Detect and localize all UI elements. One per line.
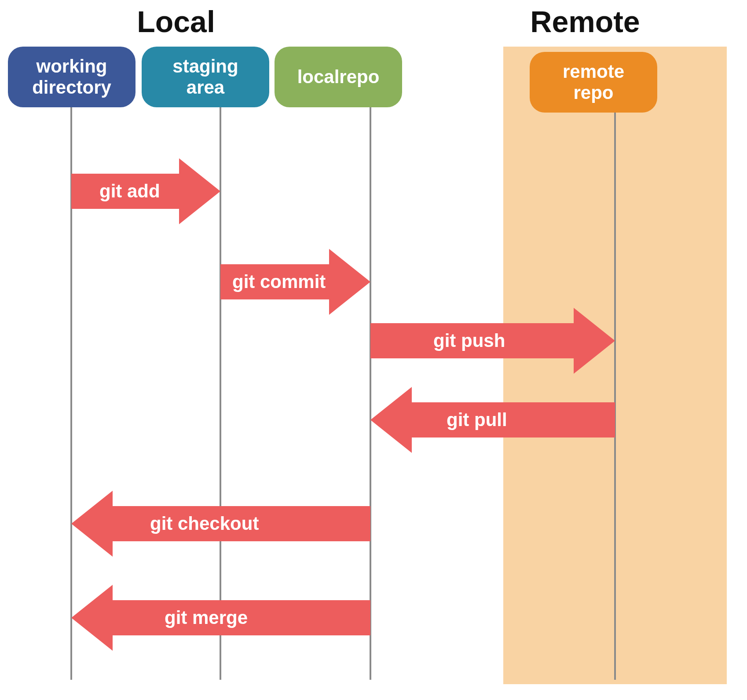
svg-marker-3 [370, 387, 615, 453]
git-workflow-diagram: Local Remote working directory staging a… [0, 0, 747, 700]
svg-marker-2 [370, 308, 615, 374]
svg-marker-5 [71, 585, 370, 651]
node-staging-area: staging area [142, 47, 269, 107]
svg-marker-1 [220, 249, 370, 315]
svg-marker-0 [71, 158, 220, 224]
arrow-git-pull [370, 387, 615, 453]
arrow-git-push [370, 308, 615, 374]
svg-marker-4 [71, 491, 370, 557]
node-remote-repo: remote repo [530, 52, 657, 113]
arrow-git-add [71, 158, 220, 224]
arrow-git-checkout [71, 491, 370, 557]
section-title-local: Local [132, 4, 220, 39]
node-working-directory: working directory [8, 47, 135, 107]
arrow-git-commit [220, 249, 370, 315]
section-title-remote: Remote [519, 4, 651, 39]
node-local-repo: localrepo [275, 47, 402, 107]
arrow-git-merge [71, 585, 370, 651]
